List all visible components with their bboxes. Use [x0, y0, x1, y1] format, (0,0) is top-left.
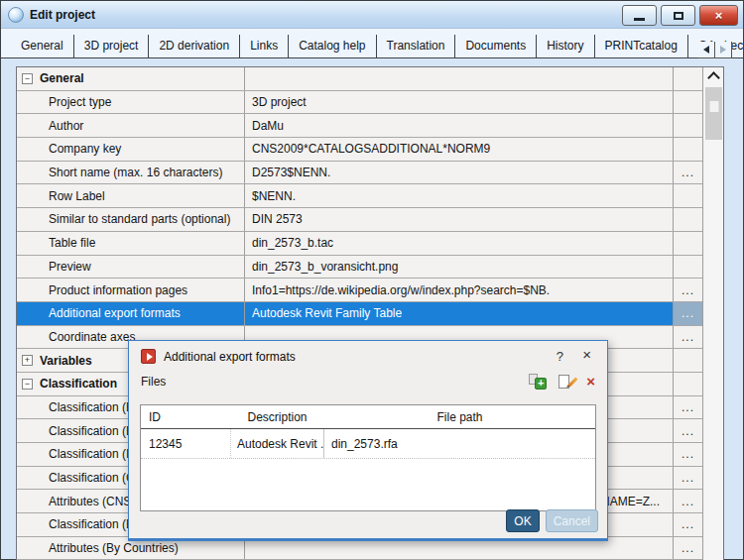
- ellipsis-button[interactable]: ...: [682, 402, 694, 412]
- file-row[interactable]: 12345Autodesk Revit ...din_2573.rfa: [141, 429, 595, 459]
- row-more-cell: ...: [674, 279, 702, 301]
- collapse-toggle-icon[interactable]: −: [22, 73, 33, 84]
- property-value: DIN 2573: [245, 208, 674, 231]
- column-header-description: Description: [230, 410, 324, 424]
- row-more-cell: [674, 373, 702, 395]
- property-label: Additional export formats: [49, 306, 181, 320]
- file-cell: din_2573.rfa: [324, 437, 595, 451]
- property-row[interactable]: Previewdin_2573_b_voransicht.png: [17, 256, 702, 280]
- property-label-cell: Product information pages: [17, 279, 245, 301]
- property-value: Info1=https://de.wikipedia.org/w/index.p…: [245, 279, 674, 301]
- row-more-cell: [674, 67, 702, 90]
- property-label: Author: [49, 119, 83, 133]
- ellipsis-button[interactable]: ...: [682, 497, 694, 506]
- property-row[interactable]: Table filedin_2573_b.tac: [17, 232, 702, 256]
- close-button[interactable]: ×: [699, 5, 738, 26]
- property-label-cell: Project type: [17, 91, 245, 114]
- tab-printcatalog[interactable]: PRINTcatalog: [595, 35, 688, 57]
- minimize-icon: [634, 18, 645, 21]
- expand-toggle-icon[interactable]: +: [22, 355, 33, 366]
- property-label: Classification (B: [49, 400, 134, 414]
- property-row[interactable]: Company keyCNS2009*CATALOGSADDITIONAL*NO…: [17, 138, 702, 162]
- tab-3d-project[interactable]: 3D project: [74, 35, 150, 57]
- ellipsis-button[interactable]: ...: [682, 519, 694, 529]
- property-value: din_2573_b_voransicht.png: [245, 256, 674, 279]
- tab-translation[interactable]: Translation: [377, 35, 456, 57]
- ellipsis-button[interactable]: ...: [682, 168, 694, 177]
- vertical-scrollbar[interactable]: [702, 67, 723, 560]
- window-title: Edit project: [30, 8, 95, 22]
- property-row[interactable]: Product information pagesInfo1=https://d…: [17, 279, 702, 302]
- ok-button[interactable]: OK: [506, 509, 539, 532]
- edit-file-button[interactable]: [558, 374, 574, 390]
- ellipsis-button[interactable]: ...: [682, 473, 694, 483]
- ellipsis-button[interactable]: ...: [682, 308, 694, 318]
- file-cell: 12345: [141, 437, 230, 451]
- minimize-button[interactable]: [622, 5, 657, 26]
- dialog-title-bar: Additional export formats ? ×: [129, 341, 607, 368]
- row-more-cell: ...: [674, 302, 702, 325]
- property-label: Preview: [49, 260, 91, 274]
- tab-catalog-help[interactable]: Catalog help: [289, 35, 376, 57]
- property-label: Row Label: [49, 189, 105, 203]
- property-row[interactable]: Row Label$NENN.: [17, 184, 702, 208]
- property-row[interactable]: Similar to standard parts (optional)DIN …: [17, 208, 702, 232]
- property-row[interactable]: Project type3D project: [17, 91, 702, 115]
- maximize-button[interactable]: [661, 5, 695, 26]
- maximize-icon: [674, 12, 683, 20]
- plus-icon: +: [535, 378, 547, 390]
- dialog-close-button[interactable]: ×: [582, 347, 591, 362]
- ellipsis-button[interactable]: ...: [682, 332, 694, 342]
- group-label: Variables: [40, 354, 92, 368]
- tab-history[interactable]: History: [537, 35, 594, 57]
- row-more-cell: ...: [674, 326, 702, 349]
- ellipsis-button[interactable]: ...: [682, 449, 694, 459]
- row-more-cell: ...: [674, 490, 702, 512]
- group-row[interactable]: −General: [17, 67, 702, 91]
- property-label-cell: Table file: [17, 232, 245, 255]
- property-label: Project type: [49, 95, 111, 109]
- tab-scroll-right-button[interactable]: [715, 42, 732, 58]
- ellipsis-button[interactable]: ...: [682, 285, 694, 295]
- property-label: Short name (max. 16 characters): [49, 166, 222, 179]
- property-label: Classification (C: [49, 471, 135, 485]
- cancel-button[interactable]: Cancel: [546, 509, 598, 532]
- tab-general[interactable]: General: [11, 35, 74, 57]
- dialog-buttons: OK Cancel: [506, 509, 598, 532]
- ellipsis-button[interactable]: ...: [682, 426, 694, 436]
- property-row[interactable]: Short name (max. 16 characters)D2573$NEN…: [17, 162, 702, 185]
- tab-scroll-left-button[interactable]: [698, 42, 715, 58]
- property-label: Attributes (By Countries): [49, 541, 179, 555]
- close-icon: ×: [715, 9, 723, 22]
- scrollbar-thumb[interactable]: [705, 87, 722, 140]
- property-row[interactable]: Additional export formatsAutodesk Revit …: [17, 302, 702, 326]
- group-label: General: [40, 71, 84, 85]
- collapse-toggle-icon[interactable]: −: [22, 379, 33, 390]
- row-more-cell: ...: [674, 419, 702, 442]
- files-table-header: IDDescriptionFile path: [141, 405, 595, 429]
- delete-file-button[interactable]: ×: [586, 375, 595, 389]
- row-more-cell: [674, 184, 702, 207]
- property-value: $NENN.: [245, 184, 674, 207]
- property-label-cell: −General: [17, 67, 245, 90]
- property-label: Table file: [49, 236, 95, 250]
- add-file-button[interactable]: +: [529, 374, 547, 390]
- property-label: Attributes (CNS): [49, 495, 135, 508]
- edit-project-window: Edit project × General3D project2D deriv…: [0, 0, 744, 560]
- row-more-cell: [674, 91, 702, 114]
- tab-links[interactable]: Links: [240, 35, 289, 57]
- app-icon: [8, 7, 24, 23]
- row-more-cell: ...: [674, 537, 702, 560]
- tab-bar: General3D project2D derivationLinksCatal…: [1, 29, 743, 58]
- tab-2d-derivation[interactable]: 2D derivation: [149, 35, 240, 57]
- arrow-right-icon: [720, 46, 726, 54]
- row-more-cell: ...: [674, 443, 702, 466]
- ellipsis-button[interactable]: ...: [682, 543, 694, 553]
- property-label-cell: Company key: [17, 138, 245, 161]
- scrollbar-up-button[interactable]: [703, 67, 723, 85]
- property-label: Classification (B: [49, 424, 134, 438]
- files-label: Files: [141, 375, 166, 389]
- tab-documents[interactable]: Documents: [455, 35, 537, 57]
- help-button[interactable]: ?: [557, 349, 563, 364]
- property-row[interactable]: AuthorDaMu: [17, 114, 702, 138]
